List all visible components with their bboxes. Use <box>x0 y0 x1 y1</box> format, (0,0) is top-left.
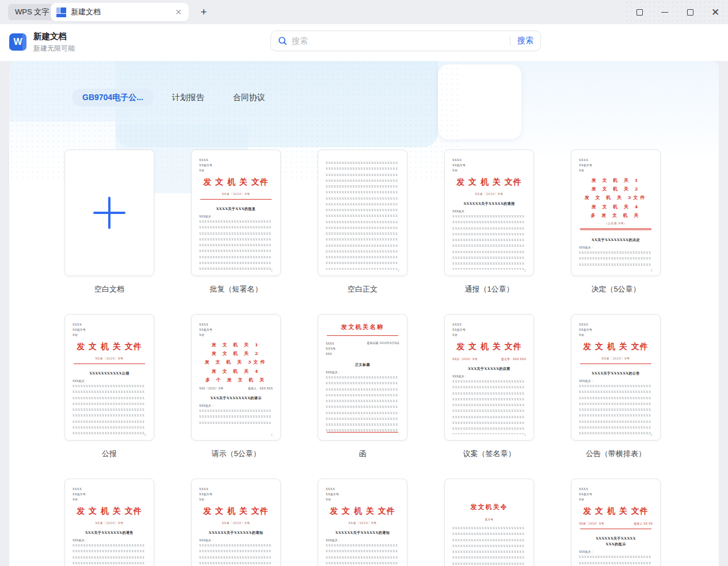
preview-element: XXXX <box>199 487 273 492</box>
template-card[interactable]: XXXXXX机X号X密发 文 机 关 文件XX发〔2020〕X号XXXX关于XX… <box>191 150 281 276</box>
preview-element: X密 <box>199 168 273 173</box>
template-cell: XXXXXX机X号X密发 文 机 关 文件XX发〔2020〕X号XXXX关于XX… <box>571 314 661 459</box>
tab-plan-report[interactable]: 计划报告 <box>162 89 215 106</box>
search-bar[interactable]: 搜索 <box>270 30 541 51</box>
preview-element <box>327 335 398 336</box>
template-card[interactable]: XXXXXXXXXXXXXXXXXXXXXXXXXXXXXXXXXXXXXXXX… <box>318 150 407 276</box>
template-card[interactable]: XXXXXX机X号X密发 文 机 关 文件XX发〔2020〕X号XXXXXX关于… <box>444 150 534 276</box>
new-document-icon <box>56 7 66 17</box>
tab-contract[interactable]: 合同协议 <box>223 89 276 106</box>
tab-gb9704[interactable]: GB9704电子公... <box>72 89 154 106</box>
template-label: 决定（5公章） <box>571 284 661 295</box>
preview-element: XXXXXXXXXXXXXXXXXXXXXXXXXXXXXXXXXXXXXXXX… <box>452 378 526 434</box>
tab-plan-report-label: 计划报告 <box>172 93 204 103</box>
tab-close-icon[interactable]: ✕ <box>174 7 183 17</box>
preview-element: XXXXXX关于XXXXXX的通知 <box>326 530 399 536</box>
search-button[interactable]: 搜索 <box>517 36 533 46</box>
preview-element: XXXX <box>199 322 273 327</box>
new-tab-button[interactable]: + <box>197 5 211 19</box>
preview-element: 发 文 机 关 文件 <box>452 342 526 352</box>
search-icon <box>278 36 287 45</box>
preview-element: XXXXXXXXXXXXXXXXXXXXXXXXXXXXXXXXXXXXXXXX… <box>199 408 273 427</box>
template-card[interactable]: XXXXXX机X号X密发 文 机 关 1发 文 机 关 2发 文 机 关 3文件… <box>571 150 661 276</box>
preview-element: XXXX <box>199 158 273 163</box>
preview-element: XX议〔2020〕X号 <box>452 357 477 361</box>
preview-element: XXX机关： <box>326 538 399 542</box>
preview-element: XXXX <box>73 322 146 327</box>
template-card[interactable]: XXXXXX机X号X密发 文 机 关 文件XX议〔2020〕X号签名章：XXX … <box>444 314 534 441</box>
preview-element: XXX机关： <box>73 538 146 542</box>
template-card[interactable]: XXXXXX机X号X密发 文 机 关 文件XX发〔2020〕X号XXXXXX关于… <box>191 479 281 566</box>
preview-element: XXXXXXXXXXXXXXXXXXXXXXXXXXXXXXXXXXXXXXXX… <box>318 150 407 276</box>
preview-element: XXXXXX机X号X密发 文 机 关 文件XX发〔2020〕X号XXXXXX关于… <box>318 479 407 566</box>
titlebar: WPS 文字 新建文档 ✕ + ✕ <box>0 0 728 24</box>
templates-panel: GB9704电子公... 计划报告 合同协议 空白文档XXXXXX机X号X密发 … <box>9 61 719 566</box>
template-card[interactable]: 发文机关令第X号XXXXXXXXXXXXXXXXXXXXXXXXXXXXXXXX… <box>444 479 534 566</box>
preview-element: 1 <box>524 433 526 437</box>
blank-document-card[interactable] <box>64 150 154 276</box>
preview-element: XXXXXX机X号X密 <box>579 322 653 338</box>
preview-element: 1 <box>398 269 399 272</box>
preview-element: XXXXXX机X号X密发 文 机 关 文件XX发〔2020〕X号XXXX关于XX… <box>192 150 280 276</box>
preview-element: （公告第 X号） <box>579 221 653 225</box>
preview-element: XXXXXX关于XXXXXX的通知 <box>326 530 399 536</box>
template-cell: XXXXXX机X号X密发 文 机 关 文件XX发〔2020〕X号XXXXXXXX… <box>64 314 154 459</box>
template-card[interactable]: XXXXXX机X号X密发 文 机 关 1发 文 机 关 2发 文 机 关 3文件… <box>191 314 281 441</box>
preview-element: 发 文 机 关 文件 <box>73 506 146 517</box>
preview-element: XXXXXXXXXXXXXXXXXXXXXXXXXXXXXXXXXXXXXXXX… <box>579 383 653 434</box>
template-card[interactable]: 发文机关名称XXXXX字X号XXX签发日期 2020年X月X日正文标题XXX机关… <box>318 314 407 441</box>
preview-element: 发 文 机 关 文件 <box>199 177 273 188</box>
document-tab[interactable]: 新建文档 ✕ <box>51 3 189 21</box>
close-window-button[interactable]: ✕ <box>703 0 728 24</box>
search-input[interactable] <box>292 36 503 45</box>
preview-element: X密 <box>452 332 526 338</box>
preview-element: XXX机关： <box>199 538 273 542</box>
preview-element: 签名章：XXX XXX <box>501 357 526 361</box>
preview-element: XXXXXX机X号X密发 文 机 关 1发 文 机 关 2发 文 机 关 3文件… <box>571 150 660 276</box>
preview-element: XXXXXX机X号X密发 文 机 关 文件XX发〔2020〕X号XXXXXXXX… <box>65 315 154 440</box>
maximize-window-button[interactable] <box>677 0 703 24</box>
template-card[interactable]: XXXXXX机X号X密发 文 机 关 文件XX发〔2020〕X号XXXX关于XX… <box>571 314 661 441</box>
preview-element: XXXXXXXXXXXXXXXXXXXXXXXXXXXXXXXXXXXXXXXX… <box>326 374 399 432</box>
preview-element: 发 文 机 关 3文件 <box>199 358 273 366</box>
preview-element: XX发〔2020〕X号 <box>199 192 273 196</box>
preview-element: XX机X号 <box>199 327 273 332</box>
preview-element: XXXX <box>326 487 399 492</box>
preview-element: X密 <box>73 332 146 338</box>
template-card[interactable]: XXXXXX机X号X密发 文 机 关 文件XX发〔2020〕X号签发人 XX X… <box>571 479 661 566</box>
preview-element: XXXXXX机X号X密发 文 机 关 文件XX发〔2020〕X号XXXX关于XX… <box>571 315 660 440</box>
app-menu-button[interactable]: WPS 文字 <box>8 4 56 20</box>
preview-element: XXX机关： <box>579 379 653 383</box>
preview-element: XXXXXX机X号X密发 文 机 关 文件XX发〔2020〕X号XXXXXX关于… <box>445 150 533 276</box>
preview-element: 1 <box>271 433 273 437</box>
preview-element: XXX机关： <box>579 246 653 249</box>
template-cell: XXXXXXXXXXXXXXXXXXXXXXXXXXXXXXXXXXXXXXXX… <box>318 150 407 295</box>
preview-element: XXXXXXXXXXXXXXXXXXXXXXXXXXXXXXXXXXXXXXXX… <box>199 542 273 566</box>
preview-element: XXXXXX机X号X密 <box>452 322 526 338</box>
preview-element: XXX机关： <box>199 404 273 407</box>
preview-element: XXXX <box>452 158 526 163</box>
wps-writer-logo: W <box>9 33 26 51</box>
preview-element: 1 <box>271 269 273 272</box>
preview-element: XXXXXX机X号X密 <box>579 158 653 173</box>
template-label: 批复（短署名） <box>191 284 281 295</box>
restore-icon <box>636 9 643 16</box>
preview-element: 发 文 机 关 1 <box>579 176 653 185</box>
restore-window-button[interactable] <box>627 0 652 24</box>
template-cell: XXXXXX机X号X密发 文 机 关 1发 文 机 关 2发 文 机 关 3文件… <box>571 150 661 295</box>
template-card[interactable]: XXXXXX机X号X密发 文 机 关 文件XX发〔2020〕X号XXXXXXXX… <box>64 314 154 441</box>
preview-element: XX机X号 <box>579 163 653 168</box>
preview-element: XX发〔2020〕X号 <box>73 357 146 360</box>
preview-element: XXX的批示 <box>579 541 653 547</box>
preview-element: XXXXXX机X号X密 <box>199 487 273 502</box>
template-label: 函 <box>318 449 407 459</box>
template-card[interactable]: XXXXXX机X号X密发 文 机 关 文件XX发〔2020〕X号XXXXXX关于… <box>318 479 407 566</box>
minimize-window-button[interactable] <box>652 0 677 24</box>
preview-element: 发文机关名称 <box>326 323 399 331</box>
template-card[interactable]: XXXXXX机X号X密发 文 机 关 文件XX发〔2020〕X号XXX关于XXX… <box>64 479 154 566</box>
preview-element: XXXXXX机X号X密发 文 机 关 文件XX发〔2020〕X号签发人 XX X… <box>571 479 660 566</box>
preview-element: XXXXXXXXXXXXXXXXXXXXXXXXXXXXXXXXXXXXXXXX… <box>199 219 273 270</box>
preview-element: X密 <box>452 168 526 173</box>
template-label: 公报 <box>64 449 154 459</box>
preview-element: 签发人：XXX XXX <box>248 387 273 390</box>
